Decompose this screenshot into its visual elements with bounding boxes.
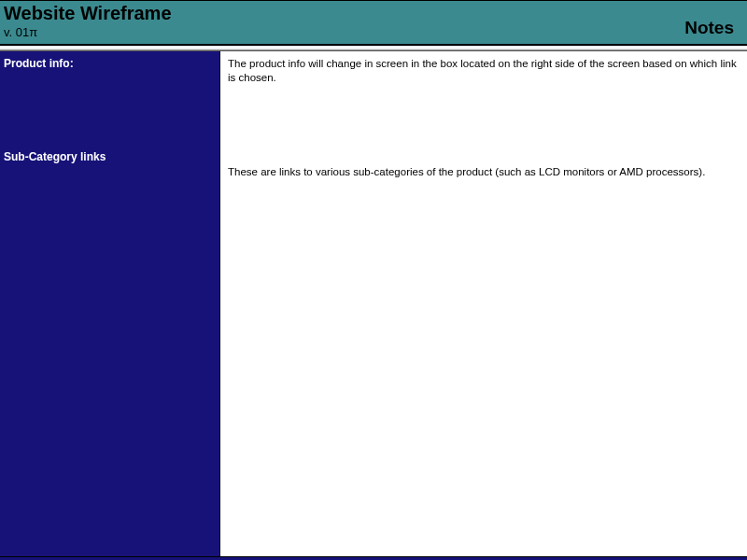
header: Website Wireframe v. 01π Notes	[0, 0, 747, 45]
note-product-info: The product info will change in screen i…	[228, 57, 740, 85]
sidebar-item-product-info: Product info:	[0, 51, 219, 76]
version-label: v. 01π	[4, 25, 37, 39]
notes-heading: Notes	[684, 18, 734, 38]
main-area: Product info: Sub-Category links The pro…	[0, 51, 747, 556]
header-divider	[0, 45, 747, 51]
sidebar-item-subcategory-links: Sub-Category links	[0, 145, 219, 169]
footer-divider	[0, 556, 747, 560]
content-area: The product info will change in screen i…	[220, 51, 747, 556]
page-title: Website Wireframe	[4, 3, 172, 24]
sidebar: Product info: Sub-Category links	[0, 51, 220, 556]
note-subcategory-links: These are links to various sub-categorie…	[228, 165, 740, 179]
